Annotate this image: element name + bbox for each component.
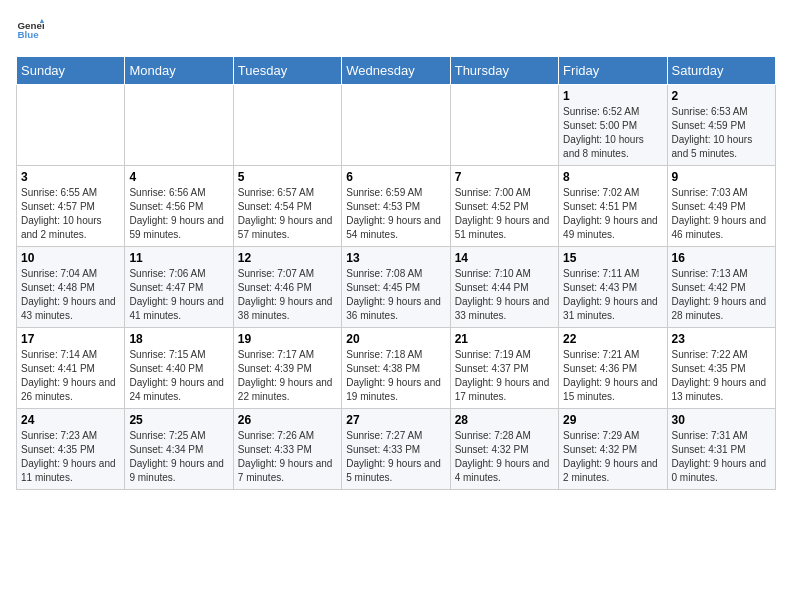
calendar-header: SundayMondayTuesdayWednesdayThursdayFrid… (17, 57, 776, 85)
day-number: 19 (238, 332, 337, 346)
weekday-header-sunday: Sunday (17, 57, 125, 85)
calendar-cell (125, 85, 233, 166)
day-info: Sunrise: 6:55 AMSunset: 4:57 PMDaylight:… (21, 186, 120, 242)
calendar-cell: 26Sunrise: 7:26 AMSunset: 4:33 PMDayligh… (233, 409, 341, 490)
day-info: Sunrise: 7:27 AMSunset: 4:33 PMDaylight:… (346, 429, 445, 485)
calendar-cell: 19Sunrise: 7:17 AMSunset: 4:39 PMDayligh… (233, 328, 341, 409)
day-info: Sunrise: 7:18 AMSunset: 4:38 PMDaylight:… (346, 348, 445, 404)
day-number: 26 (238, 413, 337, 427)
svg-text:Blue: Blue (17, 29, 39, 40)
day-number: 8 (563, 170, 662, 184)
day-number: 6 (346, 170, 445, 184)
calendar-cell: 22Sunrise: 7:21 AMSunset: 4:36 PMDayligh… (559, 328, 667, 409)
calendar-cell: 18Sunrise: 7:15 AMSunset: 4:40 PMDayligh… (125, 328, 233, 409)
day-info: Sunrise: 7:00 AMSunset: 4:52 PMDaylight:… (455, 186, 554, 242)
weekday-header-friday: Friday (559, 57, 667, 85)
calendar-cell: 5Sunrise: 6:57 AMSunset: 4:54 PMDaylight… (233, 166, 341, 247)
calendar-week-2: 3Sunrise: 6:55 AMSunset: 4:57 PMDaylight… (17, 166, 776, 247)
day-number: 30 (672, 413, 771, 427)
day-number: 20 (346, 332, 445, 346)
calendar-cell: 10Sunrise: 7:04 AMSunset: 4:48 PMDayligh… (17, 247, 125, 328)
calendar-body: 1Sunrise: 6:52 AMSunset: 5:00 PMDaylight… (17, 85, 776, 490)
calendar-cell: 2Sunrise: 6:53 AMSunset: 4:59 PMDaylight… (667, 85, 775, 166)
day-info: Sunrise: 7:06 AMSunset: 4:47 PMDaylight:… (129, 267, 228, 323)
calendar-cell: 30Sunrise: 7:31 AMSunset: 4:31 PMDayligh… (667, 409, 775, 490)
day-number: 21 (455, 332, 554, 346)
calendar-cell (342, 85, 450, 166)
day-info: Sunrise: 6:57 AMSunset: 4:54 PMDaylight:… (238, 186, 337, 242)
calendar-cell: 17Sunrise: 7:14 AMSunset: 4:41 PMDayligh… (17, 328, 125, 409)
logo-icon: General Blue (16, 16, 44, 44)
day-info: Sunrise: 7:29 AMSunset: 4:32 PMDaylight:… (563, 429, 662, 485)
weekday-header-monday: Monday (125, 57, 233, 85)
calendar-cell: 6Sunrise: 6:59 AMSunset: 4:53 PMDaylight… (342, 166, 450, 247)
day-number: 4 (129, 170, 228, 184)
weekday-header-thursday: Thursday (450, 57, 558, 85)
day-info: Sunrise: 7:13 AMSunset: 4:42 PMDaylight:… (672, 267, 771, 323)
calendar-cell: 16Sunrise: 7:13 AMSunset: 4:42 PMDayligh… (667, 247, 775, 328)
calendar-cell: 20Sunrise: 7:18 AMSunset: 4:38 PMDayligh… (342, 328, 450, 409)
header: General Blue (16, 16, 776, 44)
day-number: 18 (129, 332, 228, 346)
day-info: Sunrise: 7:25 AMSunset: 4:34 PMDaylight:… (129, 429, 228, 485)
day-number: 13 (346, 251, 445, 265)
day-number: 25 (129, 413, 228, 427)
calendar-week-4: 17Sunrise: 7:14 AMSunset: 4:41 PMDayligh… (17, 328, 776, 409)
calendar-cell: 9Sunrise: 7:03 AMSunset: 4:49 PMDaylight… (667, 166, 775, 247)
day-info: Sunrise: 7:22 AMSunset: 4:35 PMDaylight:… (672, 348, 771, 404)
day-number: 14 (455, 251, 554, 265)
day-info: Sunrise: 7:07 AMSunset: 4:46 PMDaylight:… (238, 267, 337, 323)
day-number: 22 (563, 332, 662, 346)
day-info: Sunrise: 6:56 AMSunset: 4:56 PMDaylight:… (129, 186, 228, 242)
day-info: Sunrise: 7:26 AMSunset: 4:33 PMDaylight:… (238, 429, 337, 485)
calendar-cell: 24Sunrise: 7:23 AMSunset: 4:35 PMDayligh… (17, 409, 125, 490)
calendar-cell: 15Sunrise: 7:11 AMSunset: 4:43 PMDayligh… (559, 247, 667, 328)
day-info: Sunrise: 7:11 AMSunset: 4:43 PMDaylight:… (563, 267, 662, 323)
calendar-cell: 14Sunrise: 7:10 AMSunset: 4:44 PMDayligh… (450, 247, 558, 328)
calendar-cell: 3Sunrise: 6:55 AMSunset: 4:57 PMDaylight… (17, 166, 125, 247)
day-info: Sunrise: 7:21 AMSunset: 4:36 PMDaylight:… (563, 348, 662, 404)
day-info: Sunrise: 7:08 AMSunset: 4:45 PMDaylight:… (346, 267, 445, 323)
day-info: Sunrise: 7:04 AMSunset: 4:48 PMDaylight:… (21, 267, 120, 323)
day-number: 24 (21, 413, 120, 427)
day-info: Sunrise: 7:03 AMSunset: 4:49 PMDaylight:… (672, 186, 771, 242)
calendar-cell: 8Sunrise: 7:02 AMSunset: 4:51 PMDaylight… (559, 166, 667, 247)
day-number: 27 (346, 413, 445, 427)
calendar-table: SundayMondayTuesdayWednesdayThursdayFrid… (16, 56, 776, 490)
calendar-cell: 28Sunrise: 7:28 AMSunset: 4:32 PMDayligh… (450, 409, 558, 490)
calendar-week-3: 10Sunrise: 7:04 AMSunset: 4:48 PMDayligh… (17, 247, 776, 328)
weekday-header-wednesday: Wednesday (342, 57, 450, 85)
calendar-cell: 25Sunrise: 7:25 AMSunset: 4:34 PMDayligh… (125, 409, 233, 490)
day-number: 15 (563, 251, 662, 265)
calendar-cell: 4Sunrise: 6:56 AMSunset: 4:56 PMDaylight… (125, 166, 233, 247)
day-number: 9 (672, 170, 771, 184)
calendar-cell (17, 85, 125, 166)
day-number: 7 (455, 170, 554, 184)
calendar-cell: 21Sunrise: 7:19 AMSunset: 4:37 PMDayligh… (450, 328, 558, 409)
calendar-cell: 11Sunrise: 7:06 AMSunset: 4:47 PMDayligh… (125, 247, 233, 328)
calendar-cell (233, 85, 341, 166)
day-number: 23 (672, 332, 771, 346)
day-number: 11 (129, 251, 228, 265)
logo: General Blue (16, 16, 48, 44)
day-number: 3 (21, 170, 120, 184)
weekday-header-saturday: Saturday (667, 57, 775, 85)
day-info: Sunrise: 7:28 AMSunset: 4:32 PMDaylight:… (455, 429, 554, 485)
calendar-cell: 23Sunrise: 7:22 AMSunset: 4:35 PMDayligh… (667, 328, 775, 409)
day-info: Sunrise: 6:52 AMSunset: 5:00 PMDaylight:… (563, 105, 662, 161)
calendar-cell: 1Sunrise: 6:52 AMSunset: 5:00 PMDaylight… (559, 85, 667, 166)
calendar-week-5: 24Sunrise: 7:23 AMSunset: 4:35 PMDayligh… (17, 409, 776, 490)
day-number: 12 (238, 251, 337, 265)
calendar-cell: 27Sunrise: 7:27 AMSunset: 4:33 PMDayligh… (342, 409, 450, 490)
day-number: 2 (672, 89, 771, 103)
calendar-cell: 13Sunrise: 7:08 AMSunset: 4:45 PMDayligh… (342, 247, 450, 328)
calendar-cell (450, 85, 558, 166)
day-info: Sunrise: 6:59 AMSunset: 4:53 PMDaylight:… (346, 186, 445, 242)
weekday-header-tuesday: Tuesday (233, 57, 341, 85)
day-number: 1 (563, 89, 662, 103)
day-info: Sunrise: 7:17 AMSunset: 4:39 PMDaylight:… (238, 348, 337, 404)
day-info: Sunrise: 7:19 AMSunset: 4:37 PMDaylight:… (455, 348, 554, 404)
day-number: 16 (672, 251, 771, 265)
day-number: 17 (21, 332, 120, 346)
day-info: Sunrise: 7:14 AMSunset: 4:41 PMDaylight:… (21, 348, 120, 404)
